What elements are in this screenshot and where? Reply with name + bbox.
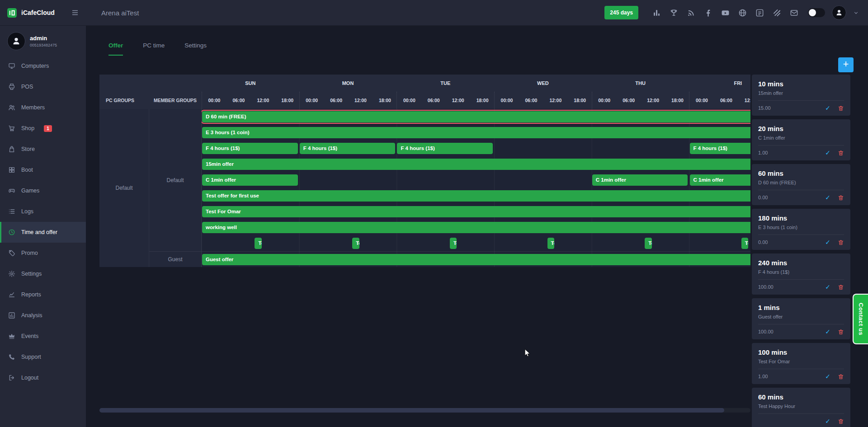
delete-offer-icon[interactable] (838, 373, 844, 380)
offer-bar[interactable]: F 4 hours (1$) (690, 143, 751, 154)
delete-offer-icon[interactable] (838, 328, 844, 335)
offer-bar[interactable]: Test Happy Hour (255, 238, 261, 249)
schedule-lane: Guest offer (202, 251, 750, 267)
offer-bar[interactable]: Test Happy Hour (645, 238, 651, 249)
tab-offer[interactable]: Offer (108, 42, 123, 56)
facebook-icon[interactable] (704, 9, 712, 17)
offer-enabled-check-icon[interactable]: ✓ (825, 418, 830, 425)
invoice-icon[interactable] (755, 9, 764, 17)
topbar: iCafeCloud Arena aiTest 245 days (0, 0, 868, 26)
offer-enabled-check-icon[interactable]: ✓ (825, 104, 830, 112)
offer-enabled-check-icon[interactable]: ✓ (825, 373, 830, 380)
sidebar-item-label: Games (21, 188, 39, 194)
offer-bar[interactable]: F 4 hours (1$) (397, 143, 493, 154)
scrollbar-thumb[interactable] (99, 408, 724, 413)
tab-settings[interactable]: Settings (184, 42, 207, 56)
pc-groups-header: PC GROUPS (99, 75, 149, 109)
sidebar-item-label: Reports (21, 291, 41, 298)
sidebar-item-games[interactable]: Games (0, 180, 86, 201)
offer-enabled-check-icon[interactable]: ✓ (825, 283, 830, 291)
theme-toggle[interactable] (808, 8, 825, 17)
time-tick: 06:00 (226, 92, 251, 109)
day-header-tue: TUE (396, 75, 494, 92)
offer-bar[interactable]: F 4 hours (1$) (202, 143, 298, 154)
sidebar-item-logout[interactable]: Logout (0, 367, 86, 388)
offer-price: 0.00 (758, 239, 768, 245)
logout-icon (8, 374, 15, 381)
offer-enabled-check-icon[interactable]: ✓ (825, 239, 830, 246)
sidebar-item-time-and-offer[interactable]: Time and offer (0, 222, 86, 243)
sidebar-item-support[interactable]: Support (0, 347, 86, 367)
sidebar-item-boot[interactable]: Boot (0, 160, 86, 180)
offer-enabled-check-icon[interactable]: ✓ (825, 328, 830, 335)
sidebar-item-computers[interactable]: Computers (0, 56, 86, 76)
offer-card: 20 mins C 1min offer 1.00 ✓ (752, 119, 850, 160)
sidebar-item-pos[interactable]: POS (0, 76, 86, 97)
subscription-days-badge[interactable]: 245 days (604, 6, 638, 19)
globe-icon[interactable] (738, 9, 747, 17)
offer-duration: 60 mins (758, 169, 844, 177)
offer-bar[interactable]: E 3 hours (1 coin) (202, 127, 750, 138)
sidebar-item-label: Settings (21, 271, 42, 277)
sidebar-item-shop[interactable]: Shop 1 (0, 118, 86, 139)
sidebar-item-reports[interactable]: Reports (0, 284, 86, 305)
rss-icon[interactable] (687, 9, 695, 17)
time-tick: 00:00 (495, 92, 519, 109)
delete-offer-icon[interactable] (838, 105, 844, 112)
youtube-icon[interactable] (721, 9, 730, 17)
sidebar-item-store[interactable]: Store (0, 139, 86, 160)
delete-offer-icon[interactable] (838, 239, 844, 246)
sidebar-item-logs[interactable]: Logs (0, 201, 86, 222)
tick-group: 00:0006:0012:0018:00 (299, 92, 397, 109)
trophy-icon[interactable] (670, 9, 678, 17)
offer-bar[interactable]: C 1min offer (592, 174, 688, 186)
sidebar-item-members[interactable]: Members (0, 97, 86, 118)
cafe-title: Arena aiTest (101, 9, 139, 17)
hamburger-menu-icon[interactable] (71, 9, 80, 17)
sidebar-item-label: Support (21, 354, 41, 360)
schedule-header: PC GROUPS MEMBER GROUPS SUNMONTUEWEDTHUF… (99, 75, 750, 109)
games-icon (8, 187, 15, 194)
sidebar-item-events[interactable]: Events (0, 326, 86, 347)
stats-icon[interactable] (652, 9, 661, 17)
contact-us-button[interactable]: Contact us (853, 294, 868, 344)
delete-offer-icon[interactable] (838, 150, 844, 156)
delete-offer-icon[interactable] (838, 284, 844, 291)
offer-bar[interactable]: 15min offer (202, 159, 750, 170)
offer-bar[interactable]: F 4 hours (1$) (300, 143, 396, 154)
sidebar-item-analysis[interactable]: Analysis (0, 305, 86, 326)
delete-offer-icon[interactable] (838, 418, 844, 425)
offer-bar[interactable]: Test Happy Hour (741, 238, 748, 249)
time-tick: 18:00 (665, 92, 690, 109)
horizontal-scrollbar[interactable] (99, 408, 750, 413)
offer-bar[interactable]: Test For Omar (202, 206, 750, 217)
sidebar-item-settings[interactable]: Settings (0, 263, 86, 284)
offers-panel: 10 mins 15min offer 15.00 ✓ 20 mins C 1m… (752, 75, 850, 427)
support-icon (8, 353, 15, 361)
icafecloud-logo-icon (6, 7, 18, 19)
offer-bar[interactable]: C 1min offer (690, 174, 751, 186)
offer-enabled-check-icon[interactable]: ✓ (825, 194, 830, 201)
delete-offer-icon[interactable] (838, 194, 844, 201)
offer-bar[interactable]: C 1min offer (202, 174, 298, 186)
offer-bar[interactable]: Test offer for first use (202, 190, 750, 202)
offer-bar[interactable]: D 60 min (FREE) (202, 111, 750, 122)
offer-bar[interactable]: Test Happy Hour (547, 238, 554, 249)
sidebar-user[interactable]: admin 005193482475 (0, 26, 86, 54)
sidebar-item-promo[interactable]: Promo (0, 243, 86, 263)
mail-icon[interactable] (790, 9, 798, 17)
members-icon (8, 104, 15, 111)
add-offer-button[interactable]: + (838, 57, 854, 72)
offer-enabled-check-icon[interactable]: ✓ (825, 149, 830, 156)
layers-icon[interactable] (773, 9, 781, 17)
chevron-down-icon[interactable] (853, 10, 859, 16)
user-avatar[interactable] (832, 5, 846, 20)
tab-pc-time[interactable]: PC time (143, 42, 165, 56)
time-tick: 06:00 (617, 92, 641, 109)
offer-bar[interactable]: Test Happy Hour (352, 238, 359, 249)
offer-footer: ✓ (758, 413, 844, 425)
offer-bar[interactable]: working well (202, 222, 750, 233)
offer-bar[interactable]: Test Happy Hour (450, 238, 457, 249)
offer-price: 1.00 (758, 374, 768, 379)
offer-bar[interactable]: Guest offer (202, 254, 750, 265)
